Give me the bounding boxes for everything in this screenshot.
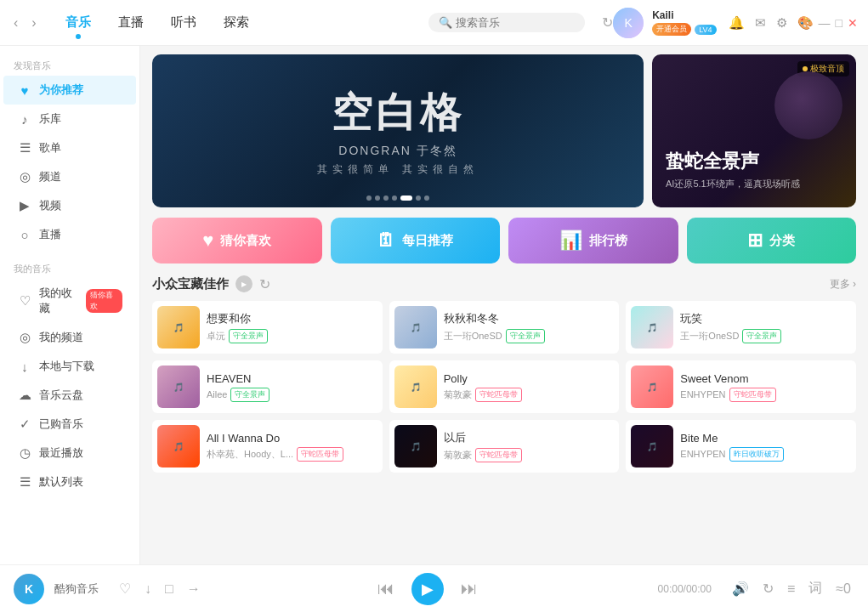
sidebar-item-favorites[interactable]: ♡ 我的收藏 猜你喜欢	[3, 279, 136, 323]
sidebar-item-mychannel[interactable]: ◎ 我的频道	[3, 323, 136, 352]
banner-side-title: 蛰蛇全景声	[666, 149, 842, 174]
sidebar-my-items: ♡ 我的收藏 猜你喜欢 ◎ 我的频道 ↓ 本地与下载 ☁ 音乐云盘 ✓ 已购音乐…	[0, 279, 139, 496]
window-controls: — □ ✕	[819, 16, 858, 30]
player-play-button[interactable]: ▶	[411, 573, 444, 605]
song-item[interactable]: 🎵 想要和你 卓沅 守全景声	[152, 301, 383, 354]
sidebar-item-default[interactable]: ☰ 默认列表	[3, 468, 136, 496]
notification-button[interactable]: 🔔	[727, 14, 746, 32]
song-item[interactable]: 🎵 All I Wanna Do 朴幸苑、Hoody、L... 守蛇匹母带	[152, 420, 383, 473]
player-share-button[interactable]: □	[162, 578, 177, 600]
quick-btn-category[interactable]: ⊞ 分类	[687, 218, 857, 264]
song-cover: 🎵	[631, 366, 673, 408]
section-play-button[interactable]: ▶	[235, 275, 252, 292]
sidebar-icon-video: ▶	[17, 198, 32, 213]
banner-side[interactable]: 极致音顶 蛰蛇全景声 AI还原5.1环绕声，逼真现场听感	[652, 54, 856, 207]
player-favorite-button[interactable]: ♡	[116, 577, 134, 600]
song-tag-quality: 守全景声	[506, 329, 545, 343]
banner-dot-1	[366, 196, 372, 201]
sidebar-item-purchased[interactable]: ✓ 已购音乐	[3, 410, 136, 439]
refresh-button[interactable]: ↻	[602, 14, 613, 31]
quick-buttons: ♥ 猜你喜欢 🗓 每日推荐 📊 排行榜 ⊞ 分类	[152, 218, 856, 264]
user-badge: 开通会员 LV4	[652, 23, 716, 36]
song-tag-quality: 守全景声	[742, 329, 781, 343]
sidebar-discover-items: ♥ 为你推荐 ♪ 乐库 ☰ 歌单 ◎ 频道 ▶ 视频 ○ 直播	[0, 76, 139, 249]
player-more-button[interactable]: →	[184, 578, 204, 600]
maximize-button[interactable]: □	[836, 16, 842, 30]
song-item[interactable]: 🎵 Sweet Venom ENHYPEN 守蛇匹母带	[626, 360, 856, 413]
nav-forward-button[interactable]: ›	[28, 12, 39, 34]
quick-btn-guess[interactable]: ♥ 猜你喜欢	[152, 218, 322, 264]
song-item[interactable]: 🎵 HEAVEN Ailee 守全景声	[152, 360, 383, 413]
song-item[interactable]: 🎵 Bite Me ENHYPEN 昨日收听破万	[626, 420, 856, 473]
sidebar-icon-playlist: ☰	[17, 140, 32, 156]
quick-btn-icon-guess: ♥	[202, 230, 213, 252]
sidebar-item-channel[interactable]: ◎ 频道	[3, 162, 136, 191]
sidebar-item-cloud[interactable]: ☁ 音乐云盘	[3, 381, 136, 410]
sidebar-label-favorites: 我的收藏	[39, 286, 79, 316]
main-layout: 发现音乐 ♥ 为你推荐 ♪ 乐库 ☰ 歌单 ◎ 频道 ▶ 视频 ○ 直播 我的音…	[0, 46, 868, 564]
player-queue-button[interactable]: ≡	[784, 578, 798, 600]
song-tag-hot: 昨日收听破万	[729, 447, 784, 462]
player-loop-button[interactable]: ↻	[759, 577, 777, 600]
sidebar-label-purchased: 已购音乐	[39, 416, 83, 432]
song-item[interactable]: 🎵 玩笑 王一珩OneSD 守全景声	[626, 301, 856, 354]
banner-side-desc: AI还原5.1环绕声，逼真现场听感	[666, 178, 842, 190]
quick-btn-label-guess: 猜你喜欢	[220, 233, 271, 249]
song-artist: 卓沅 守全景声	[207, 329, 377, 343]
quick-btn-daily[interactable]: 🗓 每日推荐	[331, 218, 501, 264]
player-download-button[interactable]: ↓	[141, 578, 155, 600]
section-more-link[interactable]: 更多 ›	[830, 277, 856, 292]
banner-dot-4	[392, 196, 397, 201]
minimize-button[interactable]: —	[819, 16, 831, 30]
mail-button[interactable]: ✉	[753, 14, 768, 32]
nav-tab-live[interactable]: 直播	[106, 9, 156, 36]
song-grid: 🎵 想要和你 卓沅 守全景声 🎵 秋秋和冬冬 王一珩OneSD 守全景声 🎵 玩…	[152, 301, 856, 473]
song-info: Sweet Venom ENHYPEN 守蛇匹母带	[680, 372, 851, 402]
section-refresh-icon[interactable]: ↻	[259, 276, 270, 292]
sidebar-label-default: 默认列表	[39, 474, 83, 490]
player-eq-button[interactable]: ≈0	[832, 578, 854, 600]
quick-btn-icon-daily: 🗓	[377, 230, 395, 252]
player-volume-button[interactable]: 🔊	[729, 577, 752, 600]
song-info: HEAVEN Ailee 守全景声	[207, 372, 377, 402]
song-item[interactable]: 🎵 Polly 菊敦豪 守蛇匹母带	[389, 360, 620, 413]
sidebar-icon-recent: ◷	[17, 445, 32, 461]
quick-btn-chart[interactable]: 📊 排行榜	[508, 218, 678, 264]
sidebar-item-library[interactable]: ♪ 乐库	[3, 105, 136, 133]
song-item[interactable]: 🎵 秋秋和冬冬 王一珩OneSD 守全景声	[389, 301, 620, 354]
skin-button[interactable]: 🎨	[796, 14, 815, 32]
player-next-button[interactable]: ⏭	[457, 575, 481, 602]
close-button[interactable]: ✕	[848, 16, 858, 30]
banner-area: 空白格 DONGRAN 于冬然 其实很简单 其实很自然 极致音顶	[152, 54, 856, 207]
nav-tab-music[interactable]: 音乐	[54, 9, 103, 36]
sidebar-item-live[interactable]: ○ 直播	[3, 220, 136, 249]
sidebar-item-recent[interactable]: ◷ 最近播放	[3, 439, 136, 468]
player-right-controls: 🔊 ↻ ≡ 词 ≈0	[729, 576, 854, 601]
banner-title: 空白格	[332, 86, 464, 140]
song-name: 玩笑	[680, 311, 851, 326]
song-info: 以后 菊敦豪 守蛇匹母带	[444, 430, 615, 462]
nav-back-button[interactable]: ‹	[10, 12, 21, 34]
song-item[interactable]: 🎵 以后 菊敦豪 守蛇匹母带	[389, 420, 620, 473]
song-info: Polly 菊敦豪 守蛇匹母带	[444, 372, 615, 402]
nav-tabs: 音乐直播听书探索	[54, 9, 416, 36]
banner-main[interactable]: 空白格 DONGRAN 于冬然 其实很简单 其实很自然	[152, 54, 644, 207]
search-input[interactable]	[456, 16, 575, 29]
settings-button[interactable]: ⚙	[774, 14, 789, 32]
titlebar-actions: 🔔 ✉ ⚙ 🎨	[727, 14, 815, 32]
song-name: 秋秋和冬冬	[444, 311, 615, 326]
sidebar-item-video[interactable]: ▶ 视频	[3, 191, 136, 220]
song-name: All I Wanna Do	[207, 432, 377, 445]
nav-tab-explore[interactable]: 探索	[212, 9, 261, 36]
player-prev-button[interactable]: ⏮	[374, 575, 398, 602]
sidebar-item-local[interactable]: ↓ 本地与下载	[3, 352, 136, 381]
sidebar-label-library: 乐库	[39, 111, 61, 127]
sidebar-icon-local: ↓	[17, 360, 32, 374]
song-name: Polly	[444, 372, 615, 385]
sidebar-item-playlist[interactable]: ☰ 歌单	[3, 133, 136, 162]
banner-artist: DONGRAN 于冬然	[338, 144, 457, 159]
player-lyrics-button[interactable]: 词	[805, 576, 825, 601]
song-name: 想要和你	[207, 311, 377, 326]
nav-tab-audiobook[interactable]: 听书	[159, 9, 208, 36]
sidebar-item-recommend[interactable]: ♥ 为你推荐	[3, 76, 136, 105]
